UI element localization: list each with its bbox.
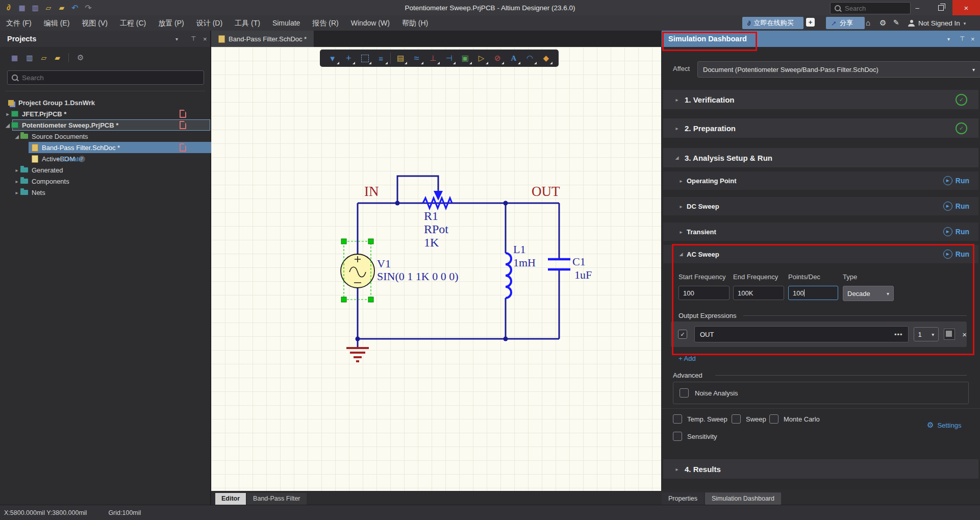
v1-value[interactable]: SIN(0 1 1K 0 0 0) <box>377 270 459 283</box>
panel-pin-icon[interactable]: ⊤ <box>191 35 196 42</box>
tab-simulation-dashboard[interactable]: Simulation Dashboard <box>705 492 781 505</box>
expand-arrow-icon[interactable]: ▸ <box>13 190 20 195</box>
panel-close-icon[interactable]: × <box>203 35 207 43</box>
schematic-canvas[interactable]: ▼ + ≡ ▤ ≈ ⊥ ⊣ ▣ ▷ ⊘ A ◠ ◆ <box>211 47 661 491</box>
sign-in-control[interactable]: Not Signed In ▾ <box>908 19 966 27</box>
collapse-arrow-icon[interactable]: ◢ <box>13 134 20 139</box>
menu-file[interactable]: 文件 (F) <box>0 15 38 31</box>
menu-project[interactable]: 工程 (C) <box>114 15 152 31</box>
temp-sweep-checkbox[interactable] <box>673 414 682 424</box>
component-v1-source[interactable] <box>341 254 374 288</box>
tree-item-generated[interactable]: ▸ Generated <box>0 164 222 176</box>
customize-icon[interactable]: ✎ <box>893 18 899 27</box>
global-search-input[interactable] <box>844 4 897 13</box>
section-analysis-setup[interactable]: ◢ 3. Analysis Setup & Run <box>663 148 978 167</box>
r1-designator[interactable]: R1 <box>424 209 438 223</box>
add-expression-link[interactable]: + Add <box>679 355 696 362</box>
share-button[interactable]: ➚ 分享 <box>826 17 865 29</box>
sensitivity-checkbox[interactable] <box>673 432 682 441</box>
compare-documents-icon[interactable]: ▥ <box>26 54 33 62</box>
expand-arrow-icon[interactable]: ▸ <box>13 179 20 184</box>
run-dc-sweep-button[interactable]: ▶ Run <box>943 202 969 211</box>
redo-icon[interactable]: ↷ <box>82 3 95 13</box>
color-swatch[interactable] <box>944 329 955 340</box>
component-l1-inductor[interactable] <box>506 253 511 298</box>
l1-designator[interactable]: L1 <box>513 243 525 256</box>
tab-band-pass-filter[interactable]: Band-Pass Filter <box>247 493 306 505</box>
section-verification[interactable]: ▸ 1. Verification ✓ <box>663 90 978 109</box>
panel-pin-icon[interactable]: ⊤ <box>960 35 965 42</box>
open-document-icon[interactable]: ▰ <box>55 4 68 12</box>
menu-tools[interactable]: 工具 (T) <box>229 15 266 31</box>
tree-item-jfet-project[interactable]: ▸ JFET.PrjPCB * <box>0 108 213 119</box>
menu-edit[interactable]: 编辑 (E) <box>38 15 76 31</box>
menu-design[interactable]: 设计 (D) <box>190 15 229 31</box>
analysis-transient[interactable]: ▸ Transient ▶ Run <box>663 222 978 241</box>
expression-checkbox[interactable]: ✓ <box>678 330 687 339</box>
type-dropdown[interactable]: Decade ▾ <box>843 286 894 301</box>
sweep-checkbox[interactable] <box>732 414 741 424</box>
tree-item-project-group[interactable]: Project Group 1.DsnWrk <box>0 97 217 108</box>
projects-search[interactable] <box>7 70 204 85</box>
panel-menu-chevron-icon[interactable]: ▾ <box>175 36 178 42</box>
save-all-icon[interactable]: ▥ <box>29 4 42 12</box>
menu-window[interactable]: Window (W) <box>345 15 396 31</box>
end-frequency-input[interactable] <box>733 286 784 300</box>
restore-button[interactable] <box>929 0 952 15</box>
open-icon[interactable]: ▱ <box>42 4 55 12</box>
settings-gear-icon[interactable]: ⚙ <box>880 18 886 28</box>
v1-designator[interactable]: V1 <box>377 257 391 270</box>
buy-online-button[interactable]: ∂ 立即在线购买 <box>742 17 803 29</box>
remove-expression-icon[interactable]: × <box>962 330 967 339</box>
l1-value[interactable]: 1mH <box>513 256 536 269</box>
undo-icon[interactable]: ↶ <box>68 3 82 13</box>
ground-symbol[interactable] <box>346 339 369 361</box>
tree-item-activebom[interactable]: ActiveBOM ? + Create <box>0 153 241 164</box>
panel-close-icon[interactable]: × <box>971 35 975 43</box>
menu-view[interactable]: 视图 (V) <box>76 15 114 31</box>
net-label-in[interactable]: IN <box>364 184 379 200</box>
tree-item-source-documents[interactable]: ◢ Source Documents <box>0 131 222 142</box>
save-icon[interactable]: ▦ <box>15 4 29 12</box>
section-results[interactable]: ▸ 4. Results <box>663 459 978 479</box>
menu-place[interactable]: 放置 (P) <box>152 15 190 31</box>
affect-dropdown[interactable]: Document (Potentiometer Sweep/Band-Pass … <box>697 61 980 78</box>
explore-folder-icon[interactable]: ▱ <box>41 54 46 62</box>
tree-item-bandpass-schdoc[interactable]: Band-Pass Filter.SchDoc * <box>0 142 241 153</box>
close-button[interactable]: × <box>952 0 980 15</box>
c1-value[interactable]: 1uF <box>574 268 592 282</box>
start-frequency-input[interactable] <box>679 286 730 300</box>
analysis-operating-point[interactable]: ▸ Operating Point ▶ Run <box>663 171 978 190</box>
menu-reports[interactable]: 报告 (R) <box>306 15 344 31</box>
monte-carlo-checkbox[interactable] <box>769 414 778 424</box>
run-ac-sweep-button[interactable]: ▶ Run <box>943 250 969 259</box>
tree-item-nets[interactable]: ▸ Nets <box>0 187 222 198</box>
r1-model[interactable]: RPot <box>424 222 448 236</box>
section-preparation[interactable]: ▸ 2. Preparation ✓ <box>663 118 978 138</box>
plot-number-dropdown[interactable]: 1 ▾ <box>914 327 939 341</box>
expand-arrow-icon[interactable]: ▸ <box>4 111 11 117</box>
tab-editor[interactable]: Editor <box>215 493 246 505</box>
create-link[interactable]: + Create <box>57 155 82 163</box>
settings-button[interactable]: ⚙ Settings <box>927 420 961 430</box>
panel-menu-chevron-icon[interactable]: ▾ <box>947 36 950 42</box>
projects-settings-gear-icon[interactable]: ⚙ <box>77 53 84 62</box>
menu-simulate[interactable]: Simulate <box>266 15 306 31</box>
menu-help[interactable]: 帮助 (H) <box>396 15 434 31</box>
expand-arrow-icon[interactable]: ▸ <box>13 167 20 173</box>
ellipsis-button[interactable]: ••• <box>894 331 903 338</box>
comment-button[interactable]: + <box>806 18 815 27</box>
tab-properties[interactable]: Properties <box>662 492 704 505</box>
collapse-arrow-icon[interactable]: ◢ <box>4 122 11 128</box>
run-transient-button[interactable]: ▶ Run <box>943 227 969 236</box>
points-per-dec-input[interactable]: 100 <box>788 286 838 300</box>
global-search[interactable] <box>830 2 911 14</box>
c1-designator[interactable]: C1 <box>572 255 586 268</box>
expression-input[interactable]: OUT ••• <box>694 326 909 342</box>
minimize-button[interactable]: – <box>906 0 929 15</box>
r1-value[interactable]: 1K <box>424 236 439 250</box>
analysis-dc-sweep[interactable]: ▸ DC Sweep ▶ Run <box>663 197 978 215</box>
tree-item-potentiometer-project[interactable]: ◢ Potentiometer Sweep.PrjPCB * <box>0 119 213 131</box>
net-label-out[interactable]: OUT <box>532 184 560 200</box>
noise-analysis-checkbox[interactable] <box>680 388 689 398</box>
